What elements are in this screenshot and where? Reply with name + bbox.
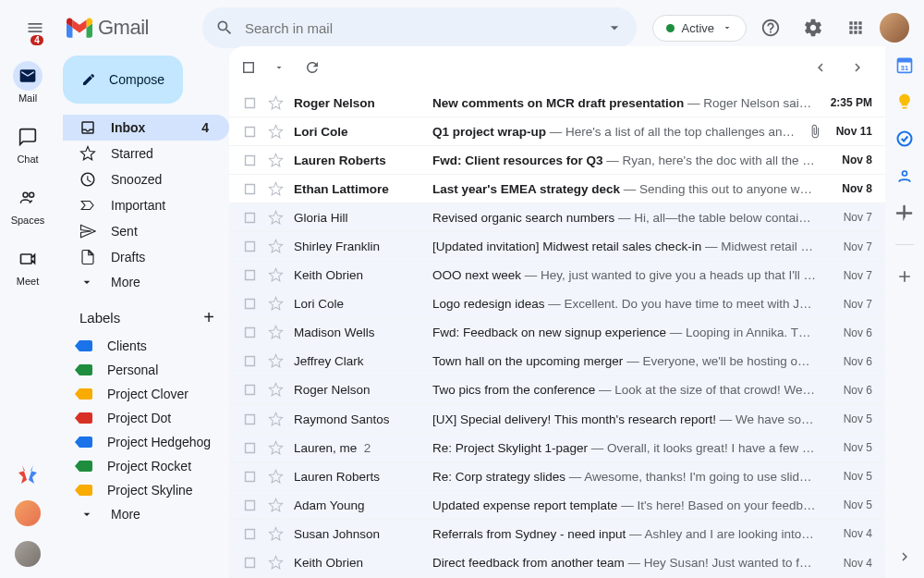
row-checkbox[interactable]: [242, 412, 268, 427]
help-icon[interactable]: [752, 9, 789, 46]
contacts-icon[interactable]: [895, 166, 914, 185]
email-row[interactable]: Raymond Santos [UX] Special delivery! Th…: [229, 405, 885, 434]
email-row[interactable]: Lauren Roberts Re: Corp strategy slides …: [229, 462, 885, 491]
folder-snoozed[interactable]: Snoozed: [63, 166, 229, 192]
rail-meet[interactable]: Meet: [13, 240, 43, 290]
row-checkbox[interactable]: [242, 153, 268, 168]
star-icon[interactable]: [268, 210, 294, 226]
avatar[interactable]: [880, 13, 909, 43]
star-icon[interactable]: [268, 382, 294, 398]
folder-important[interactable]: Important: [63, 192, 229, 218]
star-icon[interactable]: [268, 239, 294, 254]
search-input[interactable]: [245, 20, 605, 36]
next-page-icon[interactable]: [841, 51, 874, 84]
email-content: Town hall on the upcoming merger — Every…: [432, 354, 826, 368]
row-checkbox[interactable]: [242, 498, 268, 513]
row-checkbox[interactable]: [242, 239, 268, 254]
rail-avatar-1[interactable]: [15, 500, 41, 526]
rail-status-icon[interactable]: [17, 463, 39, 486]
rail-mail[interactable]: 4 Mail: [13, 57, 43, 107]
star-icon[interactable]: [268, 412, 294, 427]
star-icon[interactable]: [268, 325, 294, 340]
star-icon[interactable]: [268, 153, 294, 168]
email-row[interactable]: Ethan Lattimore Last year's EMEA strateg…: [229, 175, 885, 203]
status-label: Active: [682, 21, 714, 35]
row-checkbox[interactable]: [242, 440, 268, 456]
folder-inbox[interactable]: Inbox4: [63, 115, 229, 141]
email-row[interactable]: Lauren Roberts Fwd: Client resources for…: [229, 146, 885, 175]
keep-icon[interactable]: [895, 92, 914, 111]
star-icon[interactable]: [268, 353, 294, 369]
select-all-checkbox[interactable]: [240, 59, 268, 76]
email-row[interactable]: Susan Johnson Referrals from Sydney - ne…: [229, 520, 885, 548]
email-row[interactable]: Madison Wells Fwd: Feedback on new signu…: [229, 319, 885, 348]
email-row[interactable]: Gloria Hill Revised organic search numbe…: [229, 203, 885, 232]
email-row[interactable]: Lori Cole Logo redesign ideas — Excellen…: [229, 290, 885, 319]
star-icon[interactable]: [268, 440, 294, 456]
row-checkbox[interactable]: [242, 124, 268, 140]
folder-sent[interactable]: Sent: [63, 218, 229, 244]
chevron-right-icon[interactable]: [896, 548, 913, 565]
label-item[interactable]: Personal: [63, 358, 229, 382]
row-checkbox[interactable]: [242, 555, 268, 571]
row-checkbox[interactable]: [242, 181, 268, 197]
email-row[interactable]: Roger Nelson New comments on MCR draft p…: [229, 89, 885, 117]
email-row[interactable]: Lori Cole Q1 project wrap-up — Here's a …: [229, 117, 885, 146]
star-icon[interactable]: [268, 498, 294, 513]
star-icon[interactable]: [268, 555, 294, 571]
star-icon[interactable]: [268, 469, 294, 485]
email-row[interactable]: Shirley Franklin [Updated invitation] Mi…: [229, 232, 885, 261]
tune-icon[interactable]: [605, 18, 624, 37]
labels-more[interactable]: More: [63, 502, 229, 526]
search-icon[interactable]: [215, 18, 234, 37]
gear-icon[interactable]: [795, 9, 832, 46]
search-bar[interactable]: [202, 7, 637, 48]
calendar-icon[interactable]: 31: [895, 55, 914, 74]
email-row[interactable]: Lauren, me 2 Re: Project Skylight 1-page…: [229, 434, 885, 462]
email-list: Roger Nelson New comments on MCR draft p…: [229, 89, 885, 578]
email-row[interactable]: Roger Nelson Two pics from the conferenc…: [229, 376, 885, 405]
star-icon[interactable]: [268, 181, 294, 197]
compose-button[interactable]: Compose: [63, 55, 183, 104]
row-checkbox[interactable]: [242, 95, 268, 111]
status-chip[interactable]: Active: [652, 15, 747, 42]
rail-chat[interactable]: Chat: [13, 118, 43, 168]
star-icon[interactable]: [268, 296, 294, 312]
folder-more[interactable]: More: [63, 270, 229, 294]
label-item[interactable]: Clients: [63, 334, 229, 358]
star-icon[interactable]: [268, 267, 294, 283]
row-checkbox[interactable]: [242, 267, 268, 283]
email-row[interactable]: Keith Obrien Direct feedback from anothe…: [229, 549, 885, 578]
label-item[interactable]: Project Rocket: [63, 454, 229, 478]
row-checkbox[interactable]: [242, 296, 268, 312]
row-checkbox[interactable]: [242, 469, 268, 485]
folder-starred[interactable]: Starred: [63, 141, 229, 166]
row-checkbox[interactable]: [242, 325, 268, 340]
star-icon[interactable]: [268, 124, 294, 140]
select-dropdown-icon[interactable]: [274, 62, 285, 73]
folder-drafts[interactable]: Drafts: [63, 244, 229, 270]
refresh-icon[interactable]: [296, 51, 329, 84]
tasks-icon[interactable]: [895, 129, 914, 148]
label-item[interactable]: Project Clover: [63, 382, 229, 406]
row-checkbox[interactable]: [242, 210, 268, 226]
email-row[interactable]: Keith Obrien OOO next week — Hey, just w…: [229, 262, 885, 290]
label-item[interactable]: Project Skyline: [63, 478, 229, 502]
prev-page-icon[interactable]: [804, 51, 837, 84]
row-checkbox[interactable]: [242, 353, 268, 369]
rail-spaces[interactable]: Spaces: [11, 179, 45, 229]
star-icon[interactable]: [268, 526, 294, 542]
label-item[interactable]: Project Dot: [63, 406, 229, 430]
star-icon[interactable]: [268, 95, 294, 111]
row-checkbox[interactable]: [242, 526, 268, 542]
email-row[interactable]: Jeffrey Clark Town hall on the upcoming …: [229, 348, 885, 376]
rail-avatar-2[interactable]: [15, 541, 41, 567]
apps-icon[interactable]: [837, 9, 874, 46]
label-item[interactable]: Project Hedgehog: [63, 430, 229, 454]
plus-icon[interactable]: [895, 267, 914, 286]
add-label-icon[interactable]: +: [203, 307, 214, 328]
row-checkbox[interactable]: [242, 382, 268, 398]
email-row[interactable]: Adam Young Updated expense report templa…: [229, 491, 885, 520]
addons-icon[interactable]: [895, 203, 914, 222]
gmail-logo[interactable]: Gmail: [67, 16, 149, 40]
